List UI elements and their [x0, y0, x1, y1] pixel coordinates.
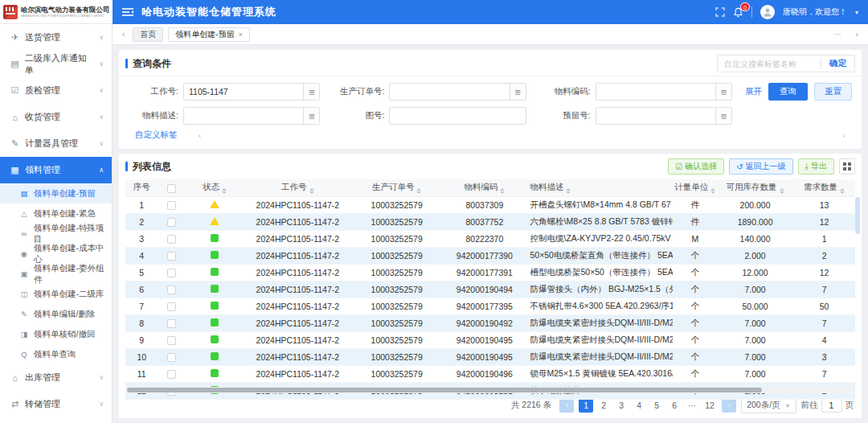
drawing-no-input[interactable]	[390, 108, 525, 124]
table-row[interactable]: 102024HPC1105-1147-210003252579942000190…	[125, 348, 855, 365]
pagination-page-5[interactable]: 5	[649, 398, 664, 413]
user-menu-caret-icon[interactable]: ▾	[855, 9, 858, 16]
column-header[interactable]: 生产订单号	[351, 179, 442, 196]
table-row[interactable]: 82024HPC1105-1147-2100032525799420001904…	[125, 314, 855, 331]
table-row[interactable]: 72024HPC1105-1147-2100032525799420001773…	[125, 298, 855, 314]
column-header[interactable]: 工作号	[244, 179, 351, 196]
sidebar-item-material-requisition-management[interactable]: ▦领料管理∧	[0, 157, 112, 183]
column-header[interactable]: 可用库存数量	[717, 179, 793, 196]
tabs-scroll-left-icon[interactable]: ‹	[119, 30, 128, 39]
table-row[interactable]: 112024HPC1105-1147-210003252579942000190…	[125, 365, 855, 382]
tags-scroll-left-icon[interactable]: ‹	[199, 130, 202, 140]
horizontal-scrollbar-thumb[interactable]	[127, 388, 762, 392]
user-avatar[interactable]	[760, 5, 775, 19]
sort-icon[interactable]	[780, 188, 784, 195]
material-desc-input[interactable]	[184, 108, 303, 124]
column-header[interactable]: 需求数量	[793, 179, 855, 196]
sidebar-item-outbound-management[interactable]: ⌂出库管理∨	[0, 364, 112, 391]
row-checkbox[interactable]	[167, 285, 176, 294]
sidebar-item-stocktaking-management[interactable]: ⊕盘点管理∨	[0, 417, 112, 423]
column-header[interactable]: 物料描述	[526, 179, 673, 196]
row-checkbox[interactable]	[167, 269, 176, 277]
row-checkbox[interactable]	[167, 201, 176, 210]
row-checkbox[interactable]	[167, 319, 176, 328]
pagination-page-3[interactable]: 3	[614, 398, 628, 413]
sidebar-subitem-requisition-edit-delete[interactable]: ✎领料单编辑/删除	[0, 304, 112, 324]
table-row[interactable]: 92024HPC1105-1147-2100032525799420001904…	[125, 331, 855, 348]
row-checkbox[interactable]	[167, 252, 176, 261]
sidebar-item-quality-inspection-management[interactable]: ☑质检管理∨	[0, 77, 112, 104]
table-row[interactable]: 32024HPC1105-1147-21000325257980222370控制…	[125, 230, 855, 247]
sidebar-subitem-requisition-create-secondary-warehouse[interactable]: ◫领料单创建-二级库	[0, 284, 112, 304]
row-checkbox[interactable]	[167, 336, 176, 345]
sort-icon[interactable]	[710, 188, 715, 195]
list-picker-icon[interactable]: ≣	[510, 84, 526, 100]
production-order-input[interactable]	[390, 84, 509, 100]
column-header[interactable]: 计量单位	[673, 179, 717, 196]
sidebar-item-secondary-warehouse-inbound-notice[interactable]: ▤二级库入库通知单∨	[0, 51, 112, 77]
table-row[interactable]: 42024HPC1105-1147-2100032525799420001773…	[125, 247, 855, 264]
row-checkbox[interactable]	[167, 370, 176, 379]
tab-requisition-create-reserved[interactable]: 领料单创建-预留×	[168, 27, 250, 42]
sidebar-subitem-requisition-create-outsourced-components[interactable]: ▣领料单创建-委外组件	[0, 264, 112, 284]
pagination-prev-button[interactable]: ‹	[559, 398, 574, 413]
vertical-scrollbar[interactable]	[855, 197, 860, 234]
sidebar-subitem-requisition-create-urgent[interactable]: △领料单创建-紧急	[0, 203, 112, 224]
row-checkbox[interactable]	[167, 235, 176, 244]
pagination-page-2[interactable]: 2	[596, 398, 611, 413]
list-picker-icon[interactable]: ≣	[303, 108, 319, 124]
sidebar-item-delivery-management[interactable]: ✈送货管理∨	[0, 24, 112, 51]
header-checkbox-cell[interactable]	[158, 179, 185, 196]
table-row[interactable]: 52024HPC1105-1147-2100032525799420001773…	[125, 264, 855, 281]
confirm-select-button[interactable]: ☑确认选择	[668, 158, 724, 175]
sort-icon[interactable]	[416, 188, 421, 195]
row-checkbox[interactable]	[167, 218, 176, 227]
tags-scroll-right-icon[interactable]: ›	[842, 130, 845, 140]
fullscreen-icon[interactable]	[715, 7, 725, 17]
tag-confirm-button[interactable]: 确定	[821, 58, 854, 69]
sidebar-subitem-requisition-create-special-project[interactable]: ∞领料单创建-特殊项目	[0, 224, 112, 244]
sidebar-item-receiving-management[interactable]: ⌂收货管理∨	[0, 104, 112, 130]
sidebar-subitem-requisition-create-reserved[interactable]: ▤领料单创建-预留	[0, 183, 112, 203]
column-settings-icon[interactable]	[839, 158, 855, 175]
pagination-page-1[interactable]: 1	[579, 398, 593, 413]
header-checkbox[interactable]	[167, 184, 176, 193]
sidebar-item-transfer-management[interactable]: ⇄转储管理∨	[0, 391, 112, 417]
work-no-input[interactable]	[184, 84, 303, 100]
user-greeting[interactable]: 唐晓明，欢迎您！	[783, 6, 847, 18]
sidebar-subitem-requisition-create-cost-center[interactable]: ◉领料单创建-成本中心	[0, 244, 112, 264]
list-picker-icon[interactable]: ≣	[715, 84, 731, 100]
sort-icon[interactable]	[566, 188, 571, 195]
custom-tag-name-input[interactable]	[718, 60, 821, 68]
pagination-next-button[interactable]: ›	[722, 398, 736, 413]
reset-button[interactable]: 重置	[814, 83, 852, 101]
material-code-input[interactable]	[596, 84, 715, 100]
page-size-select[interactable]: 200条/页▼	[741, 397, 796, 413]
table-row[interactable]: 62024HPC1105-1147-2100032525799420001904…	[125, 281, 855, 298]
pagination-page-12[interactable]: 12	[702, 398, 717, 413]
tab-close-icon[interactable]: ×	[239, 31, 243, 39]
list-picker-icon[interactable]: ≣	[303, 84, 319, 100]
return-parent-button[interactable]: ↺返回上一级	[729, 158, 792, 175]
sidebar-item-measuring-instrument-management[interactable]: ✎计量器具管理∨	[0, 130, 112, 157]
sidebar-collapse-icon[interactable]	[122, 7, 133, 17]
column-header[interactable]: 状态	[186, 179, 244, 196]
list-picker-icon[interactable]: ≣	[715, 108, 731, 124]
row-checkbox[interactable]	[167, 302, 176, 311]
sort-icon[interactable]	[309, 188, 314, 195]
search-button[interactable]: 查询	[768, 83, 808, 101]
custom-tag-link[interactable]: 自定义标签	[135, 129, 178, 141]
pagination-page-4[interactable]: 4	[632, 398, 646, 413]
reservation-no-input[interactable]	[596, 108, 715, 124]
table-row[interactable]: 22024HPC1105-1147-21000325257980037752六角…	[125, 213, 855, 230]
sidebar-subitem-requisition-query[interactable]: Q领料单查询	[0, 344, 112, 364]
goto-page-input[interactable]	[821, 398, 842, 413]
export-button[interactable]: ⤓导出	[798, 158, 834, 175]
notification-bell-icon[interactable]: 0	[733, 7, 743, 18]
tabs-scroll-right-icon[interactable]: ›	[853, 30, 862, 39]
tabs-more-icon[interactable]: ···	[830, 30, 845, 39]
tab-home[interactable]: 首页	[133, 27, 163, 42]
row-checkbox[interactable]	[167, 353, 176, 362]
table-row[interactable]: 12024HPC1105-1147-21000325257980037309开槽…	[125, 196, 855, 213]
sort-icon[interactable]	[840, 188, 845, 195]
